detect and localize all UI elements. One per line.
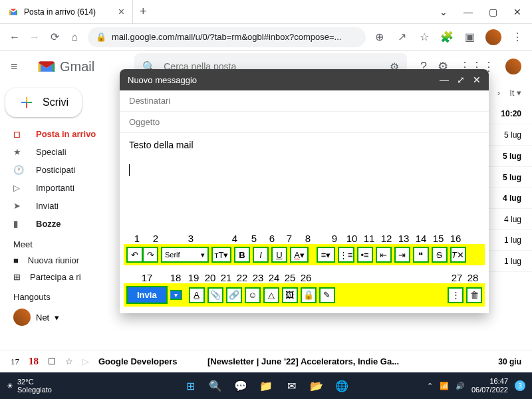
reload-button[interactable]: ⟳ [48,31,61,44]
close-icon[interactable]: ✕ [473,74,481,85]
sidebar-item-inbox[interactable]: ◻Posta in arrivo [5,125,114,143]
body-text: Testo della mail [129,140,194,150]
chevron-up-icon[interactable]: ⌃ [427,382,433,390]
input-tools-button[interactable]: It ▾ [509,88,521,98]
quote-button[interactable]: ❝ [413,247,429,263]
hangouts-section-title: Hangouts [5,285,114,305]
sidebar-item-drafts[interactable]: ▮Bozze [5,215,114,233]
next-page-button[interactable]: › [497,88,500,98]
search-icon[interactable]: ⊕ [372,31,386,44]
undo-button[interactable]: ↶ [126,247,142,263]
minimize-icon[interactable]: — [440,74,449,85]
bold-button[interactable]: B [234,247,250,263]
star-icon: ★ [13,147,25,157]
link-button[interactable]: 🔗 [226,287,242,303]
compose-header[interactable]: Nuovo messaggio — ⤢ ✕ [120,69,489,90]
join-meeting-button[interactable]: ⊞Partecipa a ri [5,269,114,285]
plus-icon [19,94,35,110]
more-options-button[interactable]: ⋮ [448,287,464,303]
drive-button[interactable]: △ [263,287,279,303]
indent-less-button[interactable]: ⇤ [376,247,392,263]
chrome-icon[interactable]: 🌐 [332,376,351,395]
chevron-down-icon[interactable]: ⌄ [440,7,448,17]
strikethrough-button[interactable]: S [432,247,448,263]
numbered-list-button[interactable]: ⋮≡ [338,247,354,263]
profile-avatar[interactable] [485,29,501,45]
compose-button[interactable]: Scrivi [5,88,82,117]
redo-button[interactable]: ↷ [142,247,158,263]
weather-widget[interactable]: ☀ 32°C Soleggiato [7,378,52,394]
indent-more-button[interactable]: ⇥ [394,247,410,263]
account-avatar[interactable] [505,59,521,74]
hangouts-user[interactable]: Net ▾ [5,305,114,330]
expand-icon[interactable]: ⤢ [457,74,465,85]
gmail-m-icon [37,60,56,73]
reader-icon[interactable]: ▣ [463,31,476,44]
font-size-button[interactable]: тT▾ [211,247,231,263]
mail-icon[interactable]: ✉ [282,376,301,395]
menu-icon[interactable]: ≡ [11,60,24,74]
inbox-icon: ◻ [13,129,25,139]
notification-badge[interactable]: 3 [515,380,525,391]
send-options-button[interactable]: ▾ [170,290,182,300]
extension-icon[interactable]: 🧩 [440,31,454,44]
clear-format-button[interactable]: T✕ [450,247,466,263]
url-field[interactable]: 🔒 mail.google.com/mail/u/0/?tab=rm&ogbl#… [88,27,366,47]
sidebar-item-important[interactable]: ▷Importanti [5,179,114,197]
confidential-button[interactable]: 🔒 [301,287,317,303]
new-meeting-button[interactable]: ■Nuova riunior [5,252,114,269]
align-button[interactable]: ≡▾ [317,247,335,263]
chat-icon[interactable]: 💬 [231,376,250,395]
maximize-button[interactable]: ▢ [489,7,497,17]
recipients-field[interactable]: Destinatari [120,90,489,112]
clock[interactable]: 16:47 06/07/2022 [471,377,508,394]
new-tab-button[interactable]: + [133,5,154,19]
explorer-icon[interactable]: 📁 [257,376,275,395]
chevron-down-icon[interactable]: ▾ [55,313,59,323]
star-icon[interactable]: ☆ [418,31,431,44]
content-area: ☐ ⟳ ⋮ ‹ › It ▾ re..10:20 b..5 lug tc..5 … [120,82,532,372]
taskbar: ☀ 32°C Soleggiato ⊞ 🔍 💬 📁 ✉ 📂 🌐 ⌃ 📶 🔊 16… [0,372,532,399]
back-button[interactable]: ← [8,31,21,44]
share-icon[interactable]: ↗ [395,31,408,44]
star-icon[interactable]: ☆ [65,356,73,366]
image-button[interactable]: 🖼 [282,287,298,303]
close-button[interactable]: ✕ [513,7,521,17]
mail-row-full[interactable]: 17 18 ☐ ☆ ▷ Google Developers [Newslette… [0,350,532,372]
attach-button[interactable]: 📎 [207,287,223,303]
avatar [13,309,31,326]
emoji-button[interactable]: ☺ [245,287,261,303]
send-button[interactable]: Invia [126,286,168,304]
sidebar-item-snoozed[interactable]: 🕐Posticipati [5,161,114,179]
text-color-button[interactable]: A▾ [290,247,309,263]
bullet-list-button[interactable]: •≡ [357,247,373,263]
gmail-logo-text: Gmail [60,59,94,74]
underline-button[interactable]: U [271,247,287,263]
important-icon[interactable]: ▷ [82,356,89,366]
subject-field[interactable]: Oggetto [120,112,489,133]
home-button[interactable]: ⌂ [68,31,81,44]
draft-icon: ▮ [13,219,25,229]
annotation-17: 17 [11,356,19,367]
volume-icon[interactable]: 🔊 [456,382,465,390]
discard-button[interactable]: 🗑 [466,287,482,303]
gmail-logo[interactable]: Gmail [37,59,94,74]
checkbox[interactable]: ☐ [48,356,56,366]
kebab-icon[interactable]: ⋮ [511,31,524,44]
text-cursor [129,164,130,176]
font-select[interactable]: Serif▾ [161,247,209,263]
folder-icon[interactable]: 📂 [307,376,326,395]
search-icon[interactable]: 🔍 [206,376,225,395]
wifi-icon[interactable]: 📶 [440,382,449,390]
sidebar-item-starred[interactable]: ★Speciali [5,143,114,161]
signature-button[interactable]: ✎ [319,287,335,303]
compose-body[interactable]: Testo della mail [120,133,489,233]
minimize-button[interactable]: — [464,7,473,17]
forward-button[interactable]: → [28,31,41,44]
sidebar-item-sent[interactable]: ➤Inviati [5,197,114,215]
italic-button[interactable]: I [253,247,269,263]
browser-tab[interactable]: Posta in arrivo (614) × [0,0,133,24]
format-toggle-button[interactable]: A [189,287,205,303]
close-icon[interactable]: × [118,6,124,18]
start-button[interactable]: ⊞ [181,376,200,395]
